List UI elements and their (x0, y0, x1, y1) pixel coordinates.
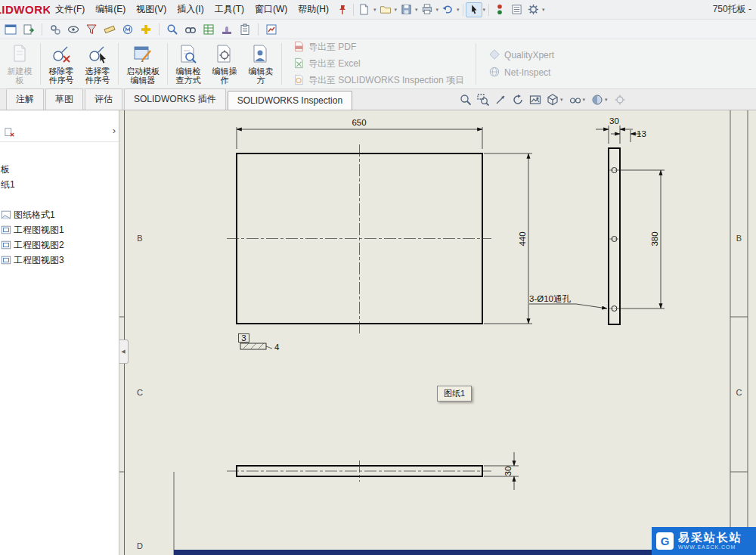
hide-show-items-icon[interactable]: ▾ (569, 94, 587, 106)
settings-gears-icon[interactable] (48, 22, 63, 37)
options-dropdown-caret[interactable]: ▾ (542, 7, 545, 13)
front-view[interactable] (227, 144, 491, 333)
save-button[interactable] (398, 2, 414, 17)
measure-ruler-icon[interactable] (102, 22, 117, 37)
options-gear-button[interactable] (525, 2, 541, 17)
dim-text-bottom-30[interactable]: 30 (503, 467, 513, 476)
dim-text-13[interactable]: 13 (637, 129, 646, 138)
edit-appearance-ball-icon[interactable]: ▾ (591, 94, 609, 106)
new-template-button[interactable]: 新建模 板 (2, 41, 38, 87)
launch-template-editor-button[interactable]: 启动模板 编辑器 (121, 41, 165, 87)
appearance-image-icon[interactable] (529, 94, 541, 106)
project-window-icon[interactable] (3, 22, 18, 37)
open-button[interactable] (377, 2, 394, 17)
drawing-sheet[interactable]: B C D B C 650 (119, 110, 756, 555)
clipboard-icon[interactable] (237, 22, 253, 37)
report-icon[interactable] (264, 22, 279, 37)
tab-sketch[interactable]: 草图 (45, 88, 83, 110)
stamp-icon[interactable] (219, 22, 234, 37)
tree-item-sheet[interactable]: 纸1 (0, 177, 119, 192)
menu-help[interactable]: 帮助(H) (293, 0, 334, 19)
select-dropdown-caret[interactable]: ▾ (483, 7, 486, 13)
export-inspection-project-button[interactable]: 导出至 SOLIDWORKS Inspection 项目 (293, 74, 464, 88)
find-binoculars-icon[interactable] (183, 22, 198, 37)
zoom-icon[interactable] (165, 22, 180, 37)
dim-text-3[interactable]: 3 (241, 333, 246, 343)
dim-text-440[interactable]: 440 (518, 231, 527, 246)
status-indicator-icon[interactable] (491, 2, 508, 17)
open-dropdown-caret[interactable]: ▾ (395, 7, 398, 13)
tree-filter-icon[interactable] (5, 127, 15, 140)
undo-button[interactable] (439, 2, 456, 17)
task-list-icon[interactable] (508, 2, 525, 17)
tab-evaluate[interactable]: 评估 (85, 88, 122, 110)
net-inspect-icon (489, 67, 500, 79)
tree-item-drawing-view3[interactable]: 工程图视图3 (0, 253, 119, 268)
bottom-view[interactable] (227, 460, 491, 482)
edit-inspection-method-button[interactable]: 编辑检 查方式 (170, 41, 206, 87)
tree-item-drawing-view1[interactable]: 工程图视图1 (0, 222, 119, 237)
pin-menu-icon[interactable] (334, 2, 351, 17)
menu-view[interactable]: 视图(V) (131, 0, 172, 19)
select-cursor-button[interactable] (466, 2, 482, 17)
zoom-to-area-icon[interactable] (477, 94, 489, 106)
dimension-side-30[interactable] (596, 126, 633, 144)
qualityxpert-icon (489, 49, 500, 62)
add-plus-icon[interactable] (138, 22, 153, 37)
undo-dropdown-caret[interactable]: ▾ (457, 7, 460, 13)
dim-text-side-30[interactable]: 30 (609, 116, 619, 126)
remove-balloon-icon (51, 44, 71, 65)
select-balloon-button[interactable]: 选择零 件序号 (79, 41, 116, 87)
previous-view-icon[interactable] (494, 94, 507, 106)
new-document-button[interactable] (356, 2, 373, 17)
tree-item-drawing-view2[interactable]: 工程图视图2 (0, 237, 119, 253)
menu-tools[interactable]: 工具(T) (209, 0, 249, 19)
menu-file[interactable]: 文件(F) (50, 0, 90, 19)
solidworks-logo: SOLIDWORKS (0, 3, 50, 16)
qualityxpert-button[interactable]: QualityXpert (489, 49, 554, 62)
menu-window[interactable]: 窗口(W) (249, 0, 293, 19)
save-dropdown-caret[interactable]: ▾ (415, 7, 418, 13)
hole-note-text[interactable]: 3-Ø10通孔 (529, 294, 571, 303)
new-dropdown-caret[interactable]: ▾ (373, 7, 376, 13)
filter-funnel-icon[interactable] (84, 22, 99, 37)
export-excel-button[interactable]: 导出至 Excel (293, 57, 464, 71)
edit-operation-button[interactable]: 编辑操 作 (206, 41, 243, 87)
collapsed-panel-tab[interactable]: ◀ (119, 340, 129, 364)
export-group: 导出至 PDF 导出至 Excel 导出至 SOLIDWORKS Inspect… (284, 41, 473, 87)
watermark-banner: G 易采站长站 WWW.EASCK.COM (652, 527, 756, 555)
visibility-eye-icon[interactable] (66, 22, 81, 37)
publish-icon[interactable] (21, 22, 36, 37)
tab-solidworks-inspection[interactable]: SOLIDWORKS Inspection (228, 91, 352, 110)
expand-panel-button[interactable]: › (113, 126, 116, 136)
menu-insert[interactable]: 插入(I) (172, 0, 209, 19)
tree-spacer (0, 192, 119, 207)
display-style-icon[interactable]: ▾ (547, 94, 564, 106)
hole-note-leader[interactable] (529, 304, 607, 309)
tree-item-sheet-format[interactable]: 图纸格式1 (0, 207, 119, 222)
export-table-icon[interactable] (201, 22, 216, 37)
tree-item-root[interactable]: 板 (0, 162, 119, 177)
dim-text-380[interactable]: 380 (650, 231, 659, 246)
main-area: › 板 纸1 图纸格式1 工程图视图1 工程图视图2 工程图视图3 (0, 110, 756, 555)
side-view[interactable] (609, 148, 620, 324)
dim-text-650[interactable]: 650 (352, 118, 366, 127)
remove-balloon-button[interactable]: 移除零 件序号 (43, 41, 79, 87)
tab-solidworks-addins[interactable]: SOLIDWORKS 插件 (124, 88, 226, 110)
zone-letter-left-b: B (137, 234, 142, 243)
rotate-view-icon[interactable] (512, 94, 524, 106)
view-settings-icon[interactable] (614, 94, 626, 106)
edit-operation-icon (215, 44, 234, 65)
zoom-fit-icon[interactable] (460, 94, 472, 106)
balloon-m-icon[interactable] (120, 22, 135, 37)
edit-vendor-button[interactable]: 编辑卖 方 (243, 41, 279, 87)
dim-text-4[interactable]: 4 (274, 343, 280, 352)
tab-annotation[interactable]: 注解 (6, 88, 44, 110)
print-dropdown-caret[interactable]: ▾ (436, 7, 439, 13)
new-template-icon (11, 44, 29, 65)
export-pdf-button[interactable]: 导出至 PDF (293, 41, 464, 54)
menu-edit[interactable]: 编辑(E) (90, 0, 131, 19)
print-button[interactable] (419, 2, 435, 17)
net-inspect-button[interactable]: Net-Inspect (489, 67, 554, 79)
graphics-area[interactable]: B C D B C 650 (119, 110, 756, 555)
